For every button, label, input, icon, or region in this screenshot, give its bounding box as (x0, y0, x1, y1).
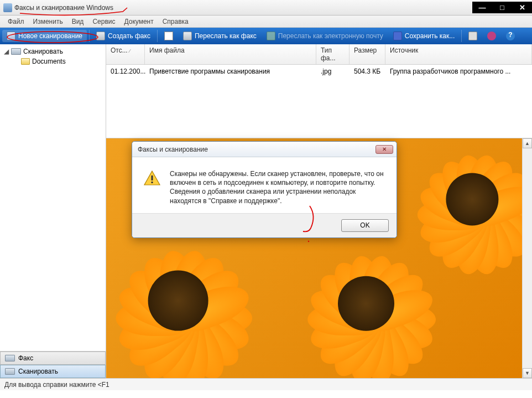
save-icon (393, 32, 402, 40)
tree-documents-label: Documents (32, 58, 66, 65)
dialog-text-line1: Сканеры не обнаружены. Если сканер устан… (170, 169, 385, 187)
toolbar-separator (157, 30, 158, 42)
print-icon (468, 32, 477, 40)
warning-icon (143, 169, 161, 187)
forward-fax-label: Переслать как факс (195, 32, 257, 40)
menu-document[interactable]: Документ (119, 18, 158, 25)
print-button[interactable] (464, 30, 482, 42)
tree-row-documents[interactable]: Documents (1, 56, 105, 66)
menubar: Файл Изменить Вид Сервис Документ Справк… (0, 15, 532, 28)
status-text: Для вывода справки нажмите <F1 (4, 381, 109, 389)
tab-fax[interactable]: Факс (0, 352, 106, 365)
bottom-tabs: Факс Сканировать (0, 351, 106, 378)
status-bar: Для вывода справки нажмите <F1 (0, 378, 532, 390)
list-header: Отс... ⁄ Имя файла Тип фа... Размер Исто… (106, 44, 532, 65)
preview-scrollbar[interactable]: ▲ ▼ (522, 138, 532, 378)
col-source[interactable]: Источник (385, 44, 532, 64)
tab-scan[interactable]: Сканировать (0, 365, 106, 378)
toolbar-separator (461, 30, 462, 42)
cell-type: .jpg (316, 66, 350, 76)
tree-row-scan[interactable]: ◢ Сканировать (1, 46, 105, 56)
scroll-up-button[interactable]: ▲ (523, 138, 532, 148)
sidebar: ◢ Сканировать Documents Факс Сканировать (0, 44, 106, 378)
forward-fax-button[interactable]: Переслать как факс (179, 30, 261, 42)
dialog-body: Сканеры не обнаружены. Если сканер устан… (132, 157, 397, 213)
save-as-button[interactable]: Сохранить как... (389, 30, 459, 42)
scan-tab-icon (5, 368, 15, 375)
help-icon (506, 32, 515, 40)
menu-file[interactable]: Файл (3, 18, 29, 25)
new-scan-button[interactable]: Новое сканирование (2, 30, 87, 42)
scanner-icon (7, 32, 15, 40)
window-controls: — □ ✕ (472, 2, 532, 13)
dialog-titlebar: Факсы и сканирование ✕ (132, 142, 397, 157)
menu-help[interactable]: Справка (158, 18, 193, 25)
toolbar: Новое сканирование Создать факс Переслат… (0, 28, 532, 44)
cell-sent: 01.12.200... (106, 66, 145, 76)
titlebar: Факсы и сканирование Windows — □ ✕ (0, 0, 532, 15)
fax-icon (96, 32, 105, 40)
paper-icon (164, 32, 173, 40)
window-title: Факсы и сканирование Windows (14, 4, 113, 12)
titlebar-left: Факсы и сканирование Windows (0, 3, 113, 12)
col-size[interactable]: Размер (350, 44, 385, 64)
scroll-down-button[interactable]: ▼ (523, 368, 532, 378)
delete-icon (487, 32, 496, 40)
new-scan-label: Новое сканирование (18, 32, 82, 40)
close-button[interactable]: ✕ (515, 3, 529, 12)
sort-indicator-icon: ⁄ (129, 48, 131, 54)
toolbar-separator (89, 30, 90, 42)
dialog-text: Сканеры не обнаружены. Если сканер устан… (170, 169, 385, 205)
app-icon (3, 3, 12, 12)
preview-flower (395, 138, 532, 277)
forward-email-button[interactable]: Переслать как электронную почту (262, 30, 388, 42)
tab-scan-label: Сканировать (18, 368, 58, 375)
dialog-title: Факсы и сканирование (138, 146, 208, 153)
dialog-close-button[interactable]: ✕ (375, 145, 393, 154)
save-as-label: Сохранить как... (405, 32, 455, 40)
col-filename[interactable]: Имя файла (145, 44, 316, 64)
col-sent[interactable]: Отс... ⁄ (106, 44, 145, 64)
new-fax-button[interactable]: Создать факс (92, 30, 155, 42)
new-fax-label: Создать факс (108, 32, 150, 40)
minimize-button[interactable]: — (476, 3, 489, 12)
cell-size: 504.3 КБ (350, 66, 385, 76)
col-type[interactable]: Тип фа... (316, 44, 350, 64)
cell-source: Группа разработчиков программного ... (385, 66, 532, 76)
menu-edit[interactable]: Изменить (29, 18, 67, 25)
error-dialog: Факсы и сканирование ✕ Сканеры не обнару… (132, 141, 397, 238)
delete-button[interactable] (483, 30, 500, 42)
scanner-folder-icon (11, 48, 21, 55)
help-button[interactable] (502, 30, 519, 42)
folder-icon (21, 58, 30, 65)
table-row[interactable]: 01.12.200... Приветствие программы скани… (106, 65, 532, 78)
folder-tree: ◢ Сканировать Documents (0, 44, 106, 351)
ok-button[interactable]: OK (341, 219, 389, 232)
svg-rect-2 (152, 182, 153, 183)
tree-toggle-icon[interactable]: ◢ (3, 48, 9, 55)
menu-view[interactable]: Вид (67, 18, 88, 25)
paper-button[interactable] (160, 30, 178, 42)
cell-filename: Приветствие программы сканирования (145, 66, 316, 76)
dialog-text-line2: Сведения о добавлении сканера или устран… (170, 187, 385, 205)
forward-email-label: Переслать как электронную почту (278, 32, 383, 40)
dialog-footer: OK (132, 213, 397, 237)
printer-icon (183, 32, 192, 40)
maximize-button[interactable]: □ (496, 3, 509, 12)
tree-scan-label: Сканировать (23, 48, 63, 55)
tab-fax-label: Факс (18, 354, 33, 362)
file-list: Отс... ⁄ Имя файла Тип фа... Размер Исто… (106, 44, 532, 138)
menu-tools[interactable]: Сервис (88, 18, 119, 25)
fax-tab-icon (5, 355, 15, 361)
mail-icon (267, 32, 275, 40)
svg-rect-1 (152, 175, 153, 180)
